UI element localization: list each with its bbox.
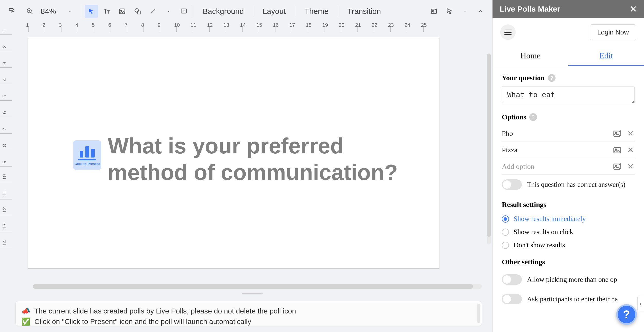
slide-title-text[interactable]: What is your preferred method of communi… [108,133,416,186]
slides-editor: 84% Background Layout [0,0,492,332]
enter-name-toggle[interactable] [502,294,522,304]
horizontal-scrollbar[interactable] [33,284,482,289]
enter-name-label: Ask participants to enter their na [527,295,618,303]
svg-point-18 [615,149,616,150]
shape-tool-icon[interactable] [131,5,144,18]
radio-show-on-click[interactable]: Show results on click [502,225,635,239]
zoom-dropdown-icon[interactable] [63,5,77,18]
notes-line: ✅ Click on "Click to Present" icon and t… [21,317,476,327]
notes-scrollbar[interactable] [477,304,480,323]
menu-background[interactable]: Background [196,7,251,16]
svg-rect-15 [614,131,620,136]
add-image-icon[interactable] [427,5,441,18]
workspace: 1234567891011121314151617181920212223242… [0,23,492,296]
option-row: ✕ [502,125,635,142]
speaker-notes[interactable]: 📣 The current slide has created polls by… [15,301,482,326]
svg-rect-17 [614,147,620,153]
select-tool-icon[interactable] [85,5,98,18]
option-input[interactable] [502,129,609,138]
option-input[interactable] [502,146,609,154]
speaker-notes-panel: 📣 The current slide has created polls by… [0,296,492,332]
svg-point-20 [615,165,616,166]
menu-theme[interactable]: Theme [298,7,335,16]
sidebar-title: Live Polls Maker [500,5,560,13]
divider [338,6,338,17]
comment-tool-icon[interactable] [177,5,191,18]
sidebar-body: Your question ? Options ? ✕ ✕ [493,66,644,332]
sidebar-header: Live Polls Maker ✕ [493,0,644,18]
notes-line: 📣 The current slide has created polls by… [21,306,476,317]
svg-point-7 [135,9,139,12]
radio-show-immediately[interactable]: Show results immediately [502,212,635,225]
question-input[interactable] [502,86,635,103]
canvas-viewport: Click to Present What is your preferred … [12,32,492,296]
image-tool-icon[interactable] [115,5,129,18]
svg-rect-13 [431,9,436,14]
remove-option-icon[interactable]: ✕ [626,162,635,171]
cursor-dropdown-icon[interactable] [458,5,472,18]
zoom-value[interactable]: 84% [39,7,61,16]
vertical-scrollbar[interactable] [487,54,491,244]
remove-option-icon[interactable]: ✕ [626,129,635,138]
zoom-icon[interactable] [23,5,37,18]
tab-edit[interactable]: Edit [568,46,644,66]
multi-pick-label: Allow picking more than one op [527,276,617,284]
svg-rect-19 [614,164,620,169]
login-button[interactable]: Login Now [590,24,636,40]
options-label-row: Options ? [502,113,635,121]
help-icon[interactable]: ? [529,113,537,121]
question-label-row: Your question ? [502,74,635,82]
notes-resize-handle[interactable] [242,293,263,294]
svg-point-16 [615,132,616,133]
add-image-icon[interactable] [613,146,622,154]
poll-badge-label: Click to Present [75,162,100,166]
toolbar: 84% Background Layout [0,0,492,23]
ruler-vertical[interactable]: 1234567891011121314 [0,32,12,296]
add-option-row: ✕ [502,158,635,175]
hamburger-menu-icon[interactable] [500,24,516,40]
checkmark-icon: ✅ [21,318,30,326]
help-fab-icon[interactable]: ? [616,304,637,325]
result-settings-heading: Result settings [502,200,635,209]
svg-rect-5 [120,9,125,14]
remove-option-icon[interactable]: ✕ [626,145,635,154]
svg-line-9 [151,9,155,13]
other-settings-heading: Other settings [502,258,635,266]
add-option-input[interactable] [502,162,609,171]
line-dropdown-icon[interactable] [162,5,175,18]
add-image-icon[interactable] [613,130,622,137]
question-label: Your question [502,74,545,82]
menu-layout[interactable]: Layout [256,7,292,16]
svg-rect-8 [137,11,140,14]
paint-format-icon[interactable] [5,5,19,18]
svg-line-2 [31,12,33,14]
sidebar-tabs: Home Edit [493,46,644,66]
collapse-sidebar-icon[interactable]: ‹ [637,296,644,311]
menu-transition[interactable]: Transition [341,7,388,16]
radio-dont-show[interactable]: Don't show results [502,239,635,252]
enter-name-toggle-row: Ask participants to enter their na [502,289,635,309]
divider [82,6,82,17]
tab-home[interactable]: Home [493,46,568,66]
sidebar-top-row: Login Now [493,18,644,46]
svg-rect-0 [9,8,13,11]
divider [253,6,253,17]
add-image-icon[interactable] [613,163,622,170]
collapse-toolbar-icon[interactable] [474,5,487,18]
multi-pick-toggle[interactable] [502,274,522,285]
slide[interactable]: Click to Present What is your preferred … [28,37,439,269]
poll-present-badge[interactable]: Click to Present [73,140,101,170]
divider [295,6,295,17]
ruler-horizontal[interactable]: 1234567891011121314151617181920212223242… [0,23,492,32]
correct-answer-toggle[interactable] [502,179,522,190]
text-tool-icon[interactable] [100,5,113,18]
options-label: Options [502,113,526,121]
multi-pick-toggle-row: Allow picking more than one op [502,270,635,289]
line-tool-icon[interactable] [146,5,160,18]
divider [193,6,193,17]
live-polls-sidebar: Live Polls Maker ✕ Login Now Home Edit Y… [492,0,644,332]
help-icon[interactable]: ? [548,74,556,82]
bar-chart-icon [80,145,95,158]
close-icon[interactable]: ✕ [630,4,637,14]
cursor-options-icon[interactable] [443,5,456,18]
